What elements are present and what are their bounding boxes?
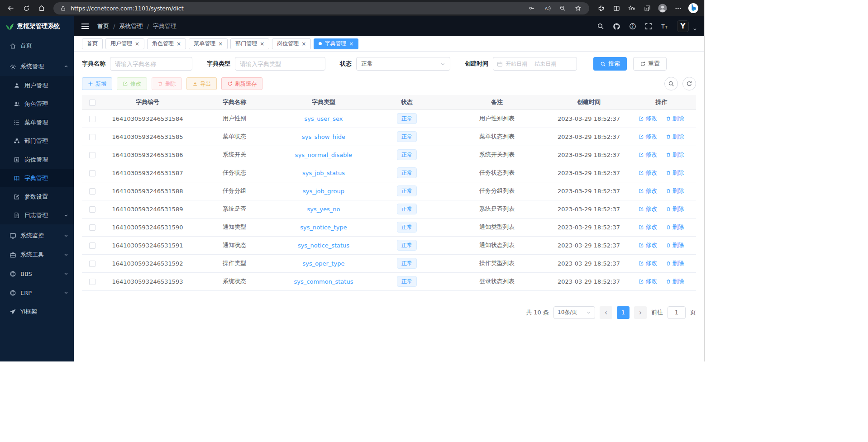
edit-button[interactable]: 修改	[117, 77, 147, 90]
sidebar-item-dept-mgmt[interactable]: 部门管理	[0, 132, 74, 150]
sidebar-item-role-mgmt[interactable]: 角色管理	[0, 95, 74, 113]
row-edit-button[interactable]: 修改	[639, 223, 657, 231]
sidebar-item-yi-framework[interactable]: Yi框架	[0, 302, 74, 321]
tab-close-icon[interactable]: ×	[349, 41, 353, 47]
breadcrumb-home[interactable]: 首页	[97, 22, 109, 30]
dict-type-link[interactable]: sys_common_status	[294, 278, 353, 285]
tab-dept-mgmt[interactable]: 部门管理×	[230, 38, 269, 49]
dict-type-link[interactable]: sys_oper_type	[303, 260, 345, 267]
delete-button[interactable]: 删除	[152, 77, 182, 90]
date-range-picker[interactable]: 开始日期 - 结束日期	[493, 57, 577, 71]
read-aloud-icon[interactable]: A	[541, 3, 553, 13]
row-delete-button[interactable]: 删除	[666, 169, 684, 177]
dict-type-link[interactable]: sys_notice_type	[300, 224, 347, 231]
row-edit-button[interactable]: 修改	[639, 169, 657, 177]
font-size-icon[interactable]: TT	[661, 23, 668, 30]
sidebar-item-erp[interactable]: ERP	[0, 283, 74, 302]
favorite-star-icon[interactable]	[572, 3, 584, 13]
tab-close-icon[interactable]: ×	[135, 41, 139, 47]
profile-avatar[interactable]	[655, 2, 670, 14]
dict-type-link[interactable]: sys_job_group	[303, 188, 344, 195]
tab-close-icon[interactable]: ×	[176, 41, 181, 47]
github-icon[interactable]	[613, 23, 620, 30]
search-button[interactable]: 搜索	[593, 57, 627, 71]
row-delete-button[interactable]: 删除	[666, 187, 684, 195]
row-checkbox[interactable]	[89, 134, 95, 140]
home-icon[interactable]	[34, 2, 49, 14]
extensions-icon[interactable]	[594, 2, 608, 14]
dict-name-input[interactable]	[110, 57, 192, 71]
favorites-bar-icon[interactable]	[625, 2, 639, 14]
row-edit-button[interactable]: 修改	[639, 151, 657, 159]
search-icon[interactable]	[597, 23, 604, 30]
dict-type-link[interactable]: sys_notice_status	[298, 242, 349, 249]
row-checkbox[interactable]	[89, 170, 95, 176]
dict-type-link[interactable]: sys_yes_no	[307, 206, 340, 213]
select-all-checkbox[interactable]	[89, 100, 95, 106]
add-button[interactable]: 新增	[82, 77, 112, 90]
tab-home[interactable]: 首页	[82, 38, 103, 49]
row-edit-button[interactable]: 修改	[639, 277, 657, 285]
row-edit-button[interactable]: 修改	[639, 133, 657, 141]
dict-type-link[interactable]: sys_user_sex	[305, 115, 343, 122]
dict-type-input[interactable]	[235, 57, 325, 71]
refresh-table-icon[interactable]	[682, 77, 696, 90]
tab-close-icon[interactable]: ×	[260, 41, 264, 47]
tab-close-icon[interactable]: ×	[218, 41, 223, 47]
sidebar-item-system-tools[interactable]: 系统工具	[0, 245, 74, 264]
refresh-cache-button[interactable]: 刷新缓存	[221, 77, 262, 90]
sidebar-item-dict-mgmt[interactable]: 字典管理	[0, 169, 74, 187]
dict-type-link[interactable]: sys_normal_disable	[295, 152, 352, 158]
row-delete-button[interactable]: 删除	[666, 241, 684, 249]
copilot-bing-icon[interactable]	[686, 2, 701, 14]
prev-page-button[interactable]: ‹	[600, 306, 612, 319]
status-select[interactable]: 正常	[356, 57, 450, 71]
tab-dict-mgmt[interactable]: 字典管理×	[314, 38, 358, 49]
settings-more-icon[interactable]	[671, 2, 685, 14]
page-1-button[interactable]: 1	[617, 306, 630, 319]
sidebar-item-log-mgmt[interactable]: 日志管理	[0, 206, 74, 224]
row-edit-button[interactable]: 修改	[639, 114, 657, 123]
zoom-icon[interactable]	[557, 3, 568, 13]
tab-close-icon[interactable]: ×	[301, 41, 306, 47]
row-delete-button[interactable]: 删除	[666, 223, 684, 231]
export-button[interactable]: 导出	[186, 77, 217, 90]
reset-button[interactable]: 重置	[633, 57, 667, 71]
refresh-icon[interactable]	[19, 2, 33, 14]
next-page-button[interactable]: ›	[634, 306, 647, 319]
sidebar-item-bbs[interactable]: BBS	[0, 264, 74, 283]
sidebar-item-param-settings[interactable]: 参数设置	[0, 187, 74, 206]
row-delete-button[interactable]: 删除	[666, 259, 684, 267]
split-screen-icon[interactable]	[609, 2, 624, 14]
dict-type-link[interactable]: sys_show_hide	[302, 133, 345, 140]
row-checkbox[interactable]	[89, 206, 95, 213]
row-delete-button[interactable]: 删除	[666, 205, 684, 213]
sidebar-item-home[interactable]: 首页	[0, 36, 74, 55]
tab-user-mgmt[interactable]: 用户管理×	[105, 38, 144, 49]
page-size-select[interactable]: 10条/页	[553, 306, 595, 319]
app-logo[interactable]: 意框架管理系统	[0, 16, 74, 36]
row-checkbox[interactable]	[89, 152, 95, 158]
row-delete-button[interactable]: 删除	[666, 114, 684, 123]
collapse-menu-icon[interactable]	[81, 23, 89, 30]
row-edit-button[interactable]: 修改	[639, 241, 657, 249]
back-icon[interactable]	[4, 2, 18, 14]
address-bar[interactable]: https://ccnetcore.com:1101/system/dict A	[53, 2, 589, 14]
row-checkbox[interactable]	[89, 279, 95, 285]
row-checkbox[interactable]	[89, 242, 95, 249]
sidebar-item-menu-mgmt[interactable]: 菜单管理	[0, 113, 74, 132]
row-checkbox[interactable]	[89, 188, 95, 195]
fullscreen-icon[interactable]	[645, 23, 652, 30]
user-avatar-logo[interactable]: Y	[677, 20, 689, 32]
row-delete-button[interactable]: 删除	[666, 277, 684, 285]
sidebar-item-system-mgmt[interactable]: 系统管理	[0, 57, 74, 76]
row-edit-button[interactable]: 修改	[639, 259, 657, 267]
row-edit-button[interactable]: 修改	[639, 187, 657, 195]
breadcrumb-system-mgmt[interactable]: 系统管理	[119, 22, 143, 30]
toggle-search-icon[interactable]	[664, 77, 678, 90]
row-delete-button[interactable]: 删除	[666, 151, 684, 159]
collections-icon[interactable]	[640, 2, 654, 14]
tab-menu-mgmt[interactable]: 菜单管理×	[189, 38, 228, 49]
help-icon[interactable]: ?	[629, 23, 636, 30]
row-checkbox[interactable]	[89, 224, 95, 231]
